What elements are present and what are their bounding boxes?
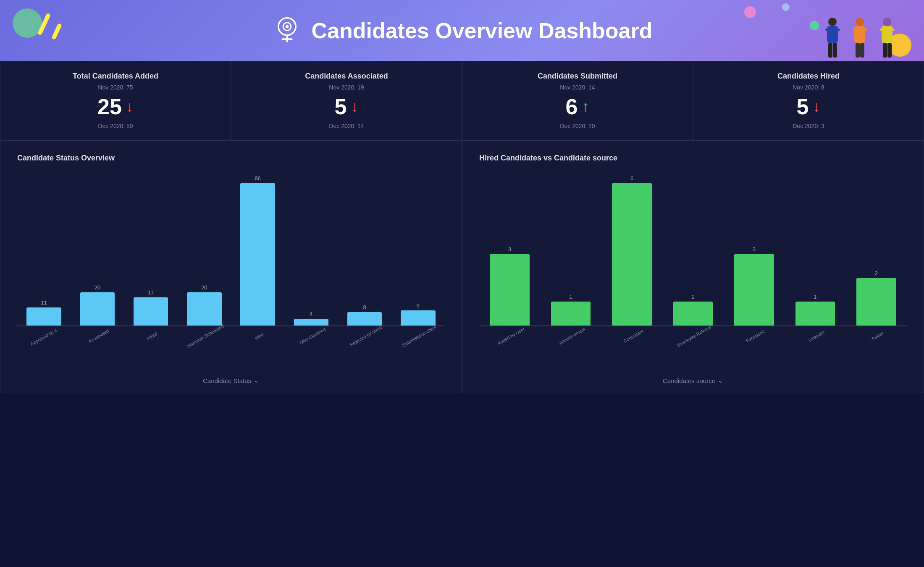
svg-rect-21 — [883, 43, 887, 58]
kpi-prev: Nov 2020: 14 — [475, 84, 680, 91]
bar-x-label: LinkedIn — [797, 323, 836, 349]
bar-x-label: Consultant — [614, 323, 653, 349]
bars-area: 11 20 17 20 86 4 8 9 — [17, 175, 445, 326]
kpi-title: Candidates Submitted — [475, 72, 680, 81]
kpi-value: 6 — [566, 94, 578, 119]
bar-group: 3 — [724, 175, 785, 326]
chevron-down-icon: ⌄ — [718, 377, 723, 384]
svg-rect-22 — [887, 43, 892, 58]
bar-group: 4 — [284, 175, 338, 326]
kpi-value: 25 — [97, 94, 122, 119]
header-figures — [821, 17, 899, 61]
bar-group: 1 — [540, 175, 601, 326]
kpi-title: Total Candidates Added — [13, 72, 218, 81]
bar — [294, 319, 329, 326]
kpi-arrow: ↑ — [582, 98, 589, 116]
kpi-value: 5 — [335, 94, 347, 119]
kpi-main: 25 ↓ — [13, 94, 218, 119]
kpi-arrow: ↓ — [126, 98, 134, 116]
bar-value-label: 1 — [691, 294, 694, 300]
bar — [856, 278, 896, 326]
kpi-card-submitted: Candidates Submitted Nov 2020: 14 6 ↑ De… — [462, 61, 693, 140]
bar-x-label: Facebook — [736, 323, 775, 349]
bar — [134, 297, 168, 326]
source-bar-chart: 3 1 6 1 3 1 2 Added by UserAdvertisement… — [479, 175, 907, 352]
svg-rect-16 — [860, 43, 864, 58]
kpi-prev: Nov 2020: 8 — [706, 84, 911, 91]
x-axis-labels: Approved by c...AssociatedHiredInterview… — [17, 331, 445, 339]
kpi-main: 5 ↓ — [244, 94, 449, 119]
bar-group: 9 — [391, 175, 445, 326]
kpi-value: 5 — [797, 94, 809, 119]
svg-rect-9 — [828, 43, 832, 58]
svg-point-11 — [856, 18, 864, 26]
bar-value-label: 8 — [363, 304, 366, 310]
svg-rect-19 — [880, 29, 885, 31]
dashboard-header: Candidates Overview Dashboard — [0, 0, 924, 61]
bar-x-label: Approved by c... — [26, 323, 65, 349]
source-chart-footer[interactable]: Candidates source ⌄ — [479, 377, 907, 384]
source-chart-panel: Hired Candidates vs Candidate source 3 1… — [462, 141, 924, 393]
bar-x-label: Added by User — [491, 323, 530, 349]
kpi-arrow: ↓ — [351, 98, 358, 116]
kpi-curr: Dec 2020: 20 — [475, 123, 680, 129]
bar-group: 11 — [17, 175, 71, 326]
bar-value-label: 20 — [201, 284, 207, 291]
bar-value-label: 17 — [148, 289, 154, 296]
header-icon — [271, 15, 303, 46]
figure-3 — [876, 17, 899, 61]
bar — [187, 292, 222, 326]
bar-x-label: Submitted-to-client — [400, 323, 439, 349]
bar-value-label: 6 — [630, 175, 633, 181]
bar-value-label: 4 — [310, 311, 312, 317]
bar-value-label: 1 — [570, 294, 572, 300]
kpi-prev: Nov 2020: 19 — [244, 84, 449, 91]
figure-2 — [848, 17, 872, 61]
kpi-title: Candidates Hired — [706, 72, 911, 81]
bar-group: 20 — [178, 175, 231, 326]
kpi-prev: Nov 2020: 75 — [13, 84, 218, 91]
kpi-curr: Dec 2020: 14 — [244, 123, 449, 129]
kpi-card-associated: Candidates Associated Nov 2020: 19 5 ↓ D… — [231, 61, 462, 140]
svg-rect-8 — [835, 29, 840, 31]
bar-x-label: Twitter — [858, 323, 897, 349]
bar — [795, 302, 835, 326]
status-chart-footer[interactable]: Candidate Status ⌄ — [17, 377, 445, 384]
bar-value-label: 1 — [814, 294, 816, 300]
bars-area: 3 1 6 1 3 1 2 — [479, 175, 907, 326]
bar-x-label: Offer-Declined — [293, 323, 332, 349]
charts-row: Candidate Status Overview 11 20 17 20 86… — [0, 141, 924, 393]
status-chart-title: Candidate Status Overview — [17, 154, 445, 163]
bar-x-label: Interview-Scheduled — [186, 323, 225, 349]
svg-point-4 — [286, 25, 289, 28]
bar-group: 86 — [231, 175, 284, 326]
bar-x-label: Employee Referral — [675, 323, 714, 349]
kpi-main: 6 ↑ — [475, 94, 680, 119]
bar — [26, 307, 61, 326]
bar — [673, 302, 713, 326]
bar — [734, 254, 774, 326]
bar-value-label: 11 — [41, 299, 47, 306]
bar-value-label: 9 — [417, 302, 420, 309]
bar-value-label: 3 — [753, 246, 756, 252]
bar-group: 8 — [338, 175, 391, 326]
bar — [490, 254, 530, 326]
bar — [80, 292, 115, 326]
kpi-card-total-added: Total Candidates Added Nov 2020: 75 25 ↓… — [0, 61, 231, 140]
bar — [347, 312, 382, 326]
bar — [612, 183, 652, 326]
dashboard-title: Candidates Overview Dashboard — [311, 18, 652, 43]
bar-group: 1 — [662, 175, 723, 326]
kpi-arrow: ↓ — [813, 98, 820, 116]
kpi-card-hired: Candidates Hired Nov 2020: 8 5 ↓ Dec 202… — [693, 61, 924, 140]
bar — [551, 302, 591, 326]
kpi-main: 5 ↓ — [706, 94, 911, 119]
bar-group: 2 — [846, 175, 907, 326]
bar-group: 1 — [785, 175, 845, 326]
header-title-group: Candidates Overview Dashboard — [271, 15, 652, 46]
figure-1 — [821, 17, 844, 61]
source-chart-title: Hired Candidates vs Candidate source — [479, 154, 907, 163]
svg-rect-7 — [825, 29, 830, 31]
svg-point-5 — [828, 18, 837, 26]
bar-x-label: Advertisement — [553, 323, 592, 349]
